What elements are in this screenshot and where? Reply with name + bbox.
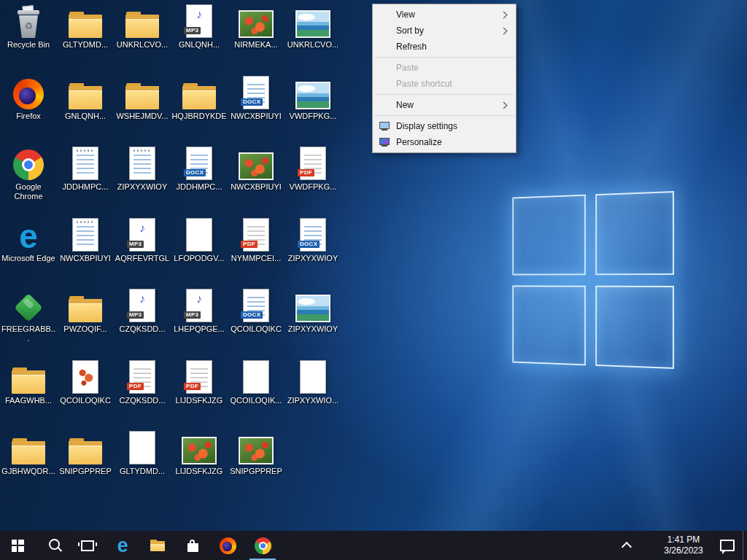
- taskbar-edge-button[interactable]: [105, 531, 140, 560]
- desktop-icon-czqksdd[interactable]: MP3CZQKSDD...: [115, 290, 170, 334]
- desktop-icon-vwdfpkg[interactable]: PDFVWDFPKG...: [285, 148, 341, 192]
- desktop-icon-gltydmd[interactable]: GLTYDMD...: [58, 6, 113, 50]
- icon-art: [13, 148, 44, 180]
- file-type-badge: PDF: [184, 383, 201, 390]
- desktop-icon-jddhmpc[interactable]: JDDHMPC...: [58, 148, 113, 192]
- desktop-icon-czqksdd[interactable]: PDFCZQKSDD...: [115, 362, 170, 405]
- desktop-icon-lhepqpge[interactable]: MP3LHEPQPGE...: [171, 290, 227, 334]
- desktop-icon-lijdsfkjzg[interactable]: LIJDSFKJZG: [171, 432, 227, 476]
- desktop-icon-snipgpprep[interactable]: SNIPGPPREP: [58, 432, 113, 476]
- desktop-icon-label: QCOILOQIK...: [228, 396, 284, 405]
- desktop-icon-jddhmpc[interactable]: DOCXJDDHMPC...: [171, 148, 227, 192]
- taskbar-firefox-button[interactable]: [210, 531, 245, 560]
- desktop-icon-hqjbrdykde[interactable]: HQJBRDYKDE: [171, 77, 227, 121]
- icon-art: PDF: [186, 362, 212, 394]
- desktop-icon-recyclebin[interactable]: Recycle Bin: [1, 6, 56, 50]
- desktop-icon-label: FAAGWHB...: [1, 396, 56, 405]
- desktop-icon-zipxyxwioy[interactable]: ZIPXYXWIOY: [115, 148, 170, 192]
- taskbar-file-explorer-button[interactable]: [140, 531, 175, 560]
- show-hidden-icons-button[interactable]: [616, 531, 638, 560]
- blank-file-icon: [186, 218, 212, 252]
- desktop-icon-nwcxbpiuyi[interactable]: NWCXBPIUYI: [228, 148, 284, 192]
- desktop-icon-gnlqnh[interactable]: GNLQNH...: [58, 77, 113, 121]
- icon-art: DOCX: [300, 219, 326, 252]
- desktop-icon-unkrlcvo[interactable]: UNKRLCVO...: [285, 6, 341, 50]
- desktop-icon-lijdsfkjzg[interactable]: PDFLIJDSFKJZG: [171, 362, 227, 405]
- taskbar-clock[interactable]: 1:41 PM 3/26/2023: [657, 534, 711, 556]
- desktop-icon-nwcxbpiuyi[interactable]: DOCXNWCXBPIUYI: [228, 77, 284, 121]
- desktop-icon-label: NWCXBPIUYI: [58, 254, 113, 263]
- desktop-icon-label: PWZOQIF...: [58, 324, 113, 334]
- desktop-icon-aqrfevrtgl[interactable]: MP3AQRFEVRTGL: [115, 219, 170, 263]
- icon-art: [239, 6, 274, 38]
- desktop-icon-label: JDDHMPC...: [58, 182, 113, 192]
- task-view-icon: [81, 540, 94, 551]
- desktop-icon-lfopodgv[interactable]: LFOPODGV...: [171, 219, 227, 263]
- desktop-icon-vwdfpkg[interactable]: VWDFPKG...: [285, 77, 341, 121]
- desktop-icon-label: GNLQNH...: [171, 40, 227, 50]
- task-view-button[interactable]: [70, 531, 105, 560]
- desktop-icon-qcoiloqikc[interactable]: QCOILOQIKC: [58, 362, 113, 405]
- desktop-icon-zipxyxwio[interactable]: ZIPXYXWIO...: [285, 362, 341, 405]
- icon-art: [12, 432, 45, 464]
- blank-file-icon: [243, 360, 269, 394]
- menu-item-display-settings[interactable]: Display settings: [373, 118, 516, 134]
- desktop-icon-nwcxbpiuyi[interactable]: NWCXBPIUYI: [58, 219, 113, 263]
- taskbar-store-button[interactable]: [175, 531, 210, 560]
- desktop-icon-nymmpcei[interactable]: PDFNYMMPCEI...: [228, 219, 284, 263]
- desktop-icon-wshejmdv[interactable]: WSHEJMDV...: [115, 77, 170, 121]
- text-file-icon: [72, 218, 98, 252]
- beach-image-icon: [295, 10, 330, 38]
- file-explorer-icon: [150, 540, 165, 551]
- desktop[interactable]: Recycle BinFirefoxGoogle ChromeMicrosoft…: [0, 0, 747, 560]
- desktop-icon-googlechrome[interactable]: Google Chrome: [1, 148, 56, 201]
- mp3-file-icon: MP3: [186, 289, 212, 322]
- icon-art: [125, 77, 159, 109]
- recycle-bin-icon: [16, 6, 41, 38]
- desktop-icon-zipxyxwioy[interactable]: DOCXZIPXYXWIOY: [285, 219, 341, 263]
- desktop-icon-zipxyxwioy[interactable]: ZIPXYXWIOY: [285, 290, 341, 334]
- desktop-icon-gltydmd[interactable]: GLTYDMD...: [115, 432, 170, 476]
- desktop-icon-freegrabb[interactable]: FREEGRABB...: [1, 290, 56, 343]
- edge-icon: [113, 536, 132, 555]
- desktop-icon-label: Firefox: [1, 112, 56, 121]
- menu-item-label: Personalize: [396, 137, 442, 147]
- menu-item-refresh[interactable]: Refresh: [373, 39, 516, 55]
- desktop-icon-microsoftedge[interactable]: Microsoft Edge: [1, 219, 56, 263]
- personalize-icon: [379, 136, 390, 148]
- desktop-icon-label: QCOILOQIKC: [58, 396, 113, 405]
- menu-item-label: Paste shortcut: [396, 79, 452, 89]
- file-type-badge: MP3: [127, 311, 144, 319]
- desktop-icon-gjbhwqdr[interactable]: GJBHWQDR...: [1, 432, 56, 476]
- icon-art: MP3: [129, 219, 155, 252]
- icon-art: [186, 219, 212, 252]
- desktop-icon-qcoiloqik[interactable]: QCOILOQIK...: [228, 362, 284, 405]
- icon-art: PDF: [300, 148, 326, 180]
- desktop-icon-label: GJBHWQDR...: [1, 467, 56, 476]
- desktop-icon-qcoiloqikc[interactable]: DOCXQCOILOQIKC: [228, 290, 284, 334]
- taskbar-chrome-button[interactable]: [245, 531, 280, 560]
- desktop-icon-nirmeka[interactable]: NIRMEKA...: [228, 6, 284, 50]
- action-center-button[interactable]: [716, 531, 738, 560]
- menu-item-personalize[interactable]: Personalize: [373, 134, 516, 150]
- menu-item-label: Paste: [396, 63, 419, 73]
- menu-item-view[interactable]: View: [373, 7, 516, 23]
- menu-item-sort-by[interactable]: Sort by: [373, 23, 516, 39]
- desktop-icon-unkrlcvo[interactable]: UNKRLCVO...: [115, 6, 170, 50]
- desktop-icon-snipgpprep[interactable]: SNIPGPPREP: [228, 432, 284, 476]
- desktop-icon-label: AQRFEVRTGL: [115, 254, 170, 263]
- desktop-icon-label: VWDFPKG...: [285, 112, 341, 121]
- windows-logo-icon: [12, 540, 24, 552]
- icon-art: [295, 6, 330, 38]
- taskbar-search-button[interactable]: [35, 531, 70, 560]
- start-button[interactable]: [0, 531, 35, 560]
- desktop-icon-gnlqnh[interactable]: MP3GNLQNH...: [171, 6, 227, 50]
- pdf-file-icon: PDF: [186, 360, 212, 394]
- desktop-icon-label: ZIPXYXWIOY: [115, 182, 170, 192]
- desktop-icon-firefox[interactable]: Firefox: [1, 77, 56, 121]
- menu-item-new[interactable]: New: [373, 97, 516, 113]
- desktop-icon-faagwhb[interactable]: FAAGWHB...: [1, 362, 56, 405]
- clock-time: 1:41 PM: [657, 534, 711, 545]
- desktop-icon-pwzoqif[interactable]: PWZOQIF...: [58, 290, 113, 334]
- show-desktop-button[interactable]: [743, 531, 747, 560]
